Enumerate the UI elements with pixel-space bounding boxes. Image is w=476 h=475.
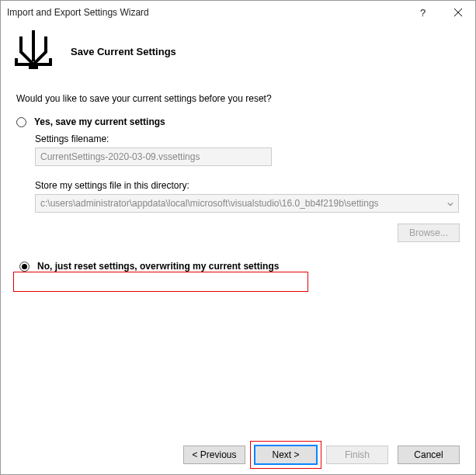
content-area: Would you like to save your current sett… [1, 87, 475, 435]
previous-button[interactable]: < Previous [183, 446, 245, 464]
radio-yes[interactable] [16, 117, 26, 127]
cancel-button[interactable]: Cancel [398, 446, 460, 464]
import-export-icon [13, 30, 54, 73]
svg-rect-4 [15, 58, 18, 66]
window-title: Import and Export Settings Wizard [7, 7, 405, 18]
wizard-dialog: Import and Export Settings Wizard ? Save… [0, 0, 476, 475]
option-yes-label: Yes, save my current settings [34, 116, 165, 127]
directory-select: c:\users\administrator\appdata\local\mic… [35, 194, 459, 213]
finish-button: Finish [326, 446, 388, 464]
option-yes-row[interactable]: Yes, save my current settings [16, 116, 460, 127]
svg-rect-6 [29, 66, 38, 69]
svg-rect-3 [15, 63, 52, 66]
next-button[interactable]: Next > [255, 446, 317, 464]
option-no-label: No, just reset settings, overwriting my … [37, 261, 279, 272]
footer-buttons: < Previous Next > Finish Cancel [1, 435, 475, 474]
close-button[interactable] [440, 1, 475, 24]
directory-value: c:\users\administrator\appdata\local\mic… [40, 198, 379, 209]
wizard-header: Save Current Settings [1, 24, 475, 87]
browse-button: Browse... [398, 224, 460, 242]
chevron-down-icon [447, 201, 453, 207]
filename-label: Settings filename: [35, 133, 460, 144]
yes-subsection: Settings filename: Store my settings fil… [35, 133, 460, 242]
directory-label: Store my settings file in this directory… [35, 180, 460, 191]
svg-rect-5 [49, 58, 52, 66]
radio-no[interactable] [19, 262, 30, 272]
option-no-row[interactable]: No, just reset settings, overwriting my … [19, 261, 301, 272]
close-icon [454, 9, 462, 16]
filename-input [35, 147, 272, 166]
prompt-text: Would you like to save your current sett… [16, 93, 460, 104]
titlebar: Import and Export Settings Wizard ? [1, 1, 475, 24]
help-button[interactable]: ? [405, 1, 440, 24]
page-title: Save Current Settings [71, 46, 176, 57]
